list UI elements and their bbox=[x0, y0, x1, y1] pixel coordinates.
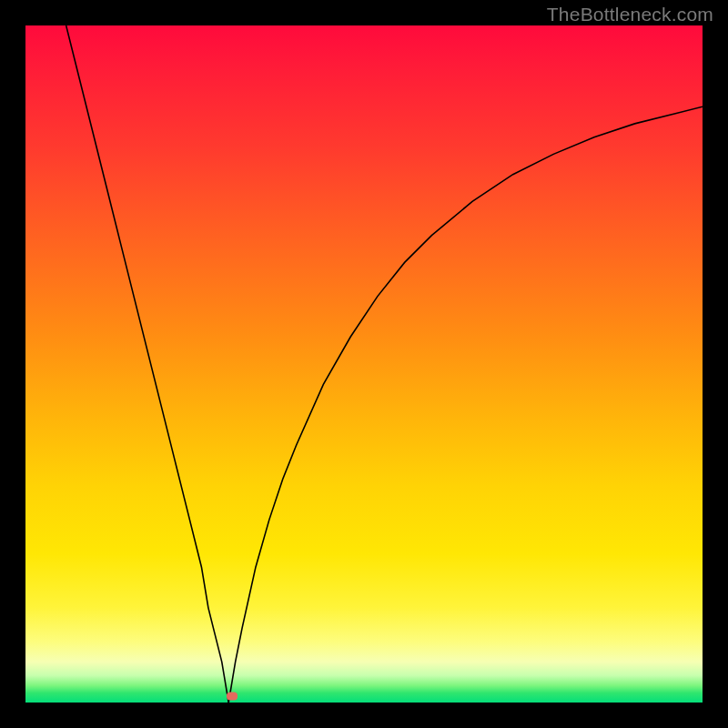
curve-right-branch bbox=[228, 106, 703, 703]
watermark-text: TheBottleneck.com bbox=[547, 4, 713, 25]
minimum-marker bbox=[227, 692, 238, 700]
curve-svg bbox=[25, 25, 703, 703]
chart-frame: TheBottleneck.com bbox=[0, 0, 728, 728]
plot-area bbox=[25, 25, 703, 703]
curve-left-branch bbox=[66, 25, 229, 703]
